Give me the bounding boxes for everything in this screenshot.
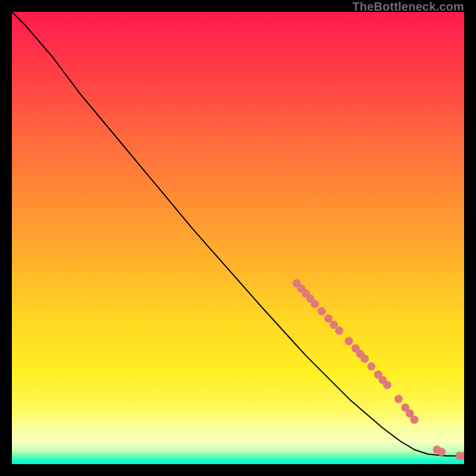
data-marker [345,337,353,345]
chart-svg [12,12,464,464]
data-marker [318,307,326,315]
chart-frame: TheBottleneck.com [0,0,476,476]
data-marker [437,447,446,456]
data-marker [410,416,418,424]
data-marker [383,381,392,389]
curve-markers [293,279,464,460]
data-marker [324,314,333,322]
data-marker [394,395,403,403]
data-marker [361,355,369,363]
plot-area [12,12,464,464]
curve-polyline [12,12,464,456]
data-marker [367,362,375,371]
data-marker [335,327,343,335]
data-marker [311,300,319,308]
curve-line [12,12,464,456]
